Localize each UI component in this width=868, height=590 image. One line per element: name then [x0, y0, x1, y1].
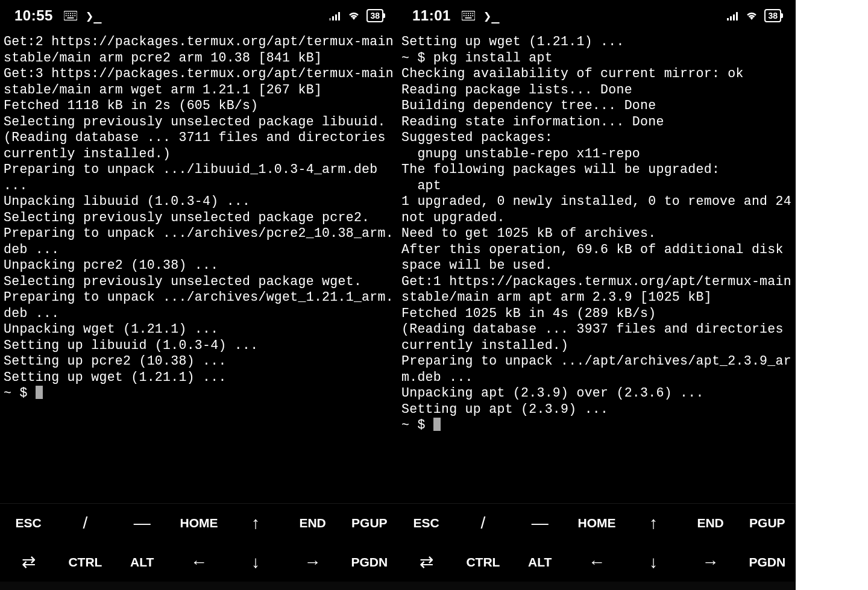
svg-rect-1: [66, 13, 67, 14]
svg-rect-30: [733, 14, 735, 20]
svg-rect-13: [332, 16, 334, 20]
extra-keys-row: ESC / — HOME ↑ END PGUP ⇄ CTRL ALT ← ↓ →…: [0, 503, 398, 582]
keyboard-icon: [64, 11, 77, 20]
key-right[interactable]: →: [284, 543, 341, 582]
svg-rect-29: [730, 16, 732, 20]
svg-rect-4: [72, 13, 74, 14]
key-left[interactable]: ←: [171, 543, 227, 582]
terminal-output[interactable]: Setting up wget (1.21.1) ... ~ $ pkg ins…: [398, 31, 796, 503]
terminal-text: Setting up wget (1.21.1) ... ~ $ pkg ins…: [401, 34, 796, 416]
status-bar: 11:01 ❯_ 38: [398, 0, 796, 31]
svg-rect-6: [66, 15, 67, 16]
status-bar: 10:55 ❯_ 38: [0, 0, 398, 31]
battery-indicator: 38: [764, 9, 781, 22]
key-end[interactable]: END: [284, 504, 341, 543]
svg-rect-26: [472, 15, 473, 16]
key-dash[interactable]: —: [512, 504, 568, 543]
key-slash[interactable]: /: [454, 504, 511, 543]
key-pgup[interactable]: PGUP: [341, 504, 398, 543]
screen-right: 11:01 ❯_ 38 Setting up wget (1.21.1) ...…: [398, 0, 796, 590]
key-slash[interactable]: /: [57, 504, 113, 543]
shell-prompt: ~ $: [4, 386, 36, 400]
svg-rect-20: [470, 13, 471, 14]
status-right-icons: 38: [329, 9, 383, 22]
svg-rect-9: [72, 15, 74, 16]
key-end[interactable]: END: [682, 504, 738, 543]
svg-rect-5: [74, 13, 75, 14]
nav-bar: [0, 582, 398, 590]
key-alt[interactable]: ALT: [114, 543, 171, 582]
svg-rect-24: [468, 15, 469, 16]
key-down[interactable]: ↓: [625, 543, 682, 582]
key-home[interactable]: HOME: [568, 504, 625, 543]
key-down[interactable]: ↓: [227, 543, 284, 582]
status-left-icons: ❯_: [64, 8, 102, 24]
key-toggle-keyboard[interactable]: ⇄: [398, 543, 454, 582]
keyboard-icon: [462, 11, 475, 20]
svg-rect-12: [329, 18, 331, 20]
svg-rect-14: [335, 14, 337, 20]
svg-rect-25: [470, 15, 471, 16]
cursor: [433, 418, 441, 431]
key-dash[interactable]: —: [114, 504, 171, 543]
status-right-icons: 38: [727, 9, 781, 22]
svg-rect-11: [67, 17, 74, 19]
key-esc[interactable]: ESC: [398, 504, 454, 543]
wifi-icon: [745, 11, 758, 20]
key-left[interactable]: ←: [568, 543, 625, 582]
svg-rect-3: [70, 13, 71, 14]
terminal-app-icon: ❯_: [483, 8, 500, 24]
svg-rect-22: [464, 15, 465, 16]
nav-bar: [398, 582, 796, 590]
screen-left: 10:55 ❯_ 38 Get:2 https://packages.termu…: [0, 0, 398, 590]
key-ctrl[interactable]: CTRL: [454, 543, 511, 582]
svg-rect-17: [464, 13, 465, 14]
key-up[interactable]: ↑: [227, 504, 284, 543]
svg-rect-15: [338, 12, 340, 20]
key-pgup[interactable]: PGUP: [739, 504, 796, 543]
cellular-signal-icon: [329, 11, 341, 20]
svg-rect-31: [736, 12, 738, 20]
key-esc[interactable]: ESC: [0, 504, 57, 543]
svg-rect-19: [468, 13, 469, 14]
terminal-app-icon: ❯_: [86, 8, 102, 24]
wifi-icon: [347, 11, 360, 20]
svg-rect-8: [70, 15, 71, 16]
svg-rect-10: [74, 15, 75, 16]
svg-rect-28: [727, 18, 729, 20]
key-toggle-keyboard[interactable]: ⇄: [0, 543, 57, 582]
battery-indicator: 38: [366, 9, 383, 22]
svg-rect-27: [465, 17, 471, 19]
terminal-text: Get:2 https://packages.termux.org/apt/te…: [4, 34, 398, 384]
svg-rect-2: [68, 13, 69, 14]
extra-keys-row: ESC / — HOME ↑ END PGUP ⇄ CTRL ALT ← ↓ →…: [398, 503, 796, 582]
key-pgdn[interactable]: PGDN: [739, 543, 796, 582]
svg-rect-7: [68, 15, 69, 16]
key-up[interactable]: ↑: [625, 504, 682, 543]
key-home[interactable]: HOME: [171, 504, 227, 543]
clock: 11:01: [412, 7, 451, 24]
clock: 10:55: [14, 7, 53, 24]
shell-prompt: ~ $: [401, 418, 433, 432]
cellular-signal-icon: [727, 11, 739, 20]
key-alt[interactable]: ALT: [512, 543, 568, 582]
terminal-output[interactable]: Get:2 https://packages.termux.org/apt/te…: [0, 31, 398, 503]
svg-rect-21: [472, 13, 473, 14]
svg-rect-18: [465, 13, 467, 14]
svg-rect-23: [465, 15, 467, 16]
cursor: [36, 386, 43, 399]
key-pgdn[interactable]: PGDN: [341, 543, 398, 582]
key-ctrl[interactable]: CTRL: [57, 543, 113, 582]
status-left-icons: ❯_: [462, 8, 500, 24]
key-right[interactable]: →: [682, 543, 738, 582]
